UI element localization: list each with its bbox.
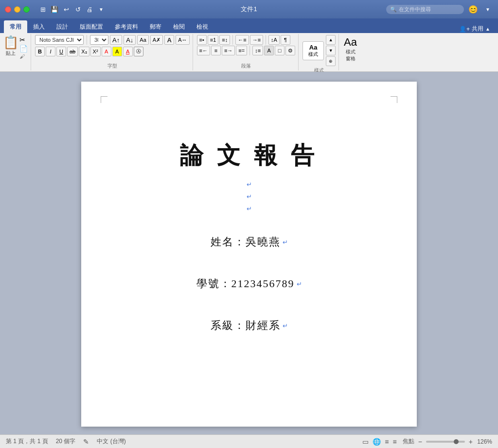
divider [87, 35, 87, 45]
format-painter-button[interactable]: 🖌 [19, 53, 28, 59]
customize-icon[interactable]: ▼ [96, 4, 107, 15]
increase-indent-button[interactable]: →≡ [250, 35, 263, 45]
maximize-button[interactable] [23, 6, 30, 13]
font-size-select[interactable]: 30 [90, 35, 108, 45]
decrease-indent-button[interactable]: ←≡ [235, 35, 249, 45]
minimize-button[interactable] [14, 6, 20, 13]
print-icon[interactable]: 🖨 [84, 4, 95, 15]
traffic-lights [5, 6, 30, 13]
share-chevron[interactable]: ▲ [485, 26, 490, 32]
return-mark-1: ↵ [247, 181, 252, 188]
id-row: 學號：2123456789 ↵ [196, 269, 302, 299]
title-bar-right: 🔍 在文件中搜尋 😊 ▼ [386, 4, 493, 15]
language[interactable]: 中文 (台灣) [97, 437, 125, 446]
justify-button[interactable]: ≡= [236, 46, 247, 55]
share-label[interactable]: 共用 [472, 25, 483, 33]
copy-button[interactable]: 📄 [19, 45, 28, 52]
multilevel-list-button[interactable]: ≡↕ [219, 35, 230, 45]
view-draft-icon[interactable]: ≡ [392, 438, 396, 446]
font-row-2: B I U ab X₂ X² A A A Ⓐ [35, 47, 190, 56]
tab-view[interactable]: 檢視 [191, 20, 214, 33]
font-color-indicator[interactable]: A [164, 35, 174, 45]
styles-more-button[interactable]: ⊕ [326, 56, 336, 66]
underline-button[interactable]: U [56, 47, 66, 56]
tab-mailings[interactable]: 郵寄 [144, 20, 167, 33]
enclosed-char-button[interactable]: Ⓐ [134, 47, 143, 56]
line-spacing-button[interactable]: ↕≡ [252, 46, 263, 55]
paste-button[interactable]: 📋 貼上 [3, 35, 18, 57]
styles-window-button[interactable]: Aa 樣式窗格 [340, 34, 361, 70]
change-case-button[interactable]: Aа [137, 35, 148, 45]
divider [232, 35, 233, 45]
collapse-ribbon-icon[interactable]: ▼ [482, 4, 493, 15]
document-title: 文件1 [241, 5, 257, 14]
tab-design[interactable]: 設計 [51, 20, 74, 33]
paste-button-area: 📋 貼上 ✂ 📄 🖌 [3, 35, 28, 59]
profile-icon[interactable]: 😊 [468, 4, 479, 15]
zoom-plus-button[interactable]: + [469, 438, 473, 446]
ribbon: 常用 插入 設計 版面配置 參考資料 郵寄 檢閱 檢視 👤+ 共用 ▲ 📋 貼上 [0, 18, 498, 72]
cut-button[interactable]: ✂ [19, 36, 28, 44]
redo-icon[interactable]: ↺ [72, 4, 83, 15]
quick-access-toolbar: ⊞ 💾 ↩ ↺ 🖨 ▼ [37, 4, 107, 15]
view-normal-icon[interactable]: ▭ [362, 438, 369, 446]
return-mark-dept: ↵ [283, 322, 288, 329]
document-area[interactable]: 論 文 報 告 ↵ ↵ ↵ 姓名：吳曉燕 ↵ 學號：2123456789 ↵ 系… [0, 72, 498, 434]
styles-down-button[interactable]: ▼ [326, 46, 336, 55]
subscript-button[interactable]: X₂ [79, 47, 89, 56]
close-button[interactable] [5, 6, 11, 13]
main-area: 常用 插入 設計 版面配置 參考資料 郵寄 檢閱 檢視 👤+ 共用 ▲ 📋 貼上 [0, 18, 498, 448]
font-name-select[interactable]: Noto Sans CJK... [35, 35, 84, 45]
search-placeholder: 在文件中搜尋 [399, 6, 431, 13]
search-box[interactable]: 🔍 在文件中搜尋 [386, 5, 464, 14]
align-center-button[interactable]: ≡ [211, 46, 221, 55]
bold-button[interactable]: B [35, 47, 45, 56]
styles-button[interactable]: Aa 樣式 [302, 41, 324, 60]
clipboard-tools: ✂ 📄 🖌 [19, 36, 28, 59]
font-row-1: Noto Sans CJK... 30 A↑ A↓ Aа A✗ A A↔ [35, 35, 190, 45]
border-button[interactable]: □ [275, 46, 285, 55]
sort-button[interactable]: ↕A [268, 35, 280, 45]
character-spacing-button[interactable]: A↔ [176, 35, 189, 45]
increase-font-button[interactable]: A↑ [110, 35, 122, 45]
paragraph-group: ≡• ≡1 ≡↕ ←≡ →≡ ↕A ¶ ≡← ≡ ≡→ ≡= ↕≡ [194, 34, 299, 70]
font-group-label: 字型 [35, 63, 190, 69]
numbered-list-button[interactable]: ≡1 [208, 35, 219, 45]
view-outline-icon[interactable]: ≡ [385, 438, 389, 446]
styles-up-button[interactable]: ▲ [326, 35, 336, 45]
undo-icon[interactable]: ↩ [61, 4, 71, 15]
tab-layout[interactable]: 版面配置 [74, 20, 109, 33]
clear-format-button[interactable]: A✗ [150, 35, 163, 45]
styles-area: Aa 樣式 ▲ ▼ ⊕ [302, 35, 336, 66]
styles-preview: Aa [309, 44, 318, 51]
tab-references[interactable]: 參考資料 [109, 20, 144, 33]
status-right: ▭ 🌐 ≡ ≡ 焦點 − + 126% [362, 437, 492, 446]
font-color-a-button[interactable]: A [102, 47, 111, 56]
zoom-slider[interactable] [426, 441, 465, 443]
tab-review[interactable]: 檢閱 [167, 20, 191, 33]
paste-group: 📋 貼上 ✂ 📄 🖌 [2, 34, 31, 70]
bullet-list-button[interactable]: ≡• [197, 35, 207, 45]
superscript-button[interactable]: X² [90, 47, 101, 56]
shading-button[interactable]: A [264, 46, 274, 55]
sidebar-toggle-icon[interactable]: ⊞ [37, 4, 48, 15]
tab-insert[interactable]: 插入 [27, 20, 51, 33]
zoom-level[interactable]: 126% [477, 438, 492, 445]
save-icon[interactable]: 💾 [49, 4, 60, 15]
name-label: 姓名：吳曉燕 [211, 235, 281, 249]
underline-color-button[interactable]: A [123, 47, 133, 56]
tab-home[interactable]: 常用 [4, 20, 27, 33]
search-icon: 🔍 [390, 6, 397, 13]
proofread-icon[interactable]: ✎ [83, 438, 89, 446]
paragraph-marks-button[interactable]: ¶ [281, 35, 290, 45]
align-right-button[interactable]: ≡→ [222, 46, 235, 55]
decrease-font-button[interactable]: A↓ [124, 35, 136, 45]
align-left-button[interactable]: ≡← [197, 46, 210, 55]
strikethrough-button[interactable]: ab [67, 47, 78, 56]
highlight-button[interactable]: A [112, 47, 122, 56]
zoom-minus-button[interactable]: − [418, 438, 422, 446]
font-group: Noto Sans CJK... 30 A↑ A↓ Aа A✗ A A↔ B I [32, 34, 193, 70]
view-web-icon[interactable]: 🌐 [373, 438, 381, 446]
italic-button[interactable]: I [46, 47, 55, 56]
para-setting-button[interactable]: ⚙ [285, 46, 295, 55]
